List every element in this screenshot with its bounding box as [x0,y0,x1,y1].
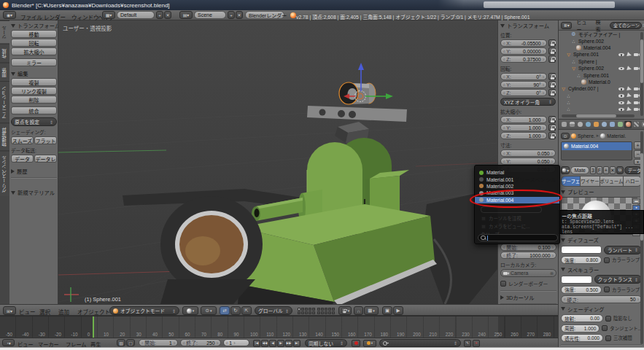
local-camera-field[interactable]: Camera⊗ [500,269,556,277]
insert-keyframe-icon[interactable]: ✎ [464,340,471,347]
outliner-row[interactable]: Sphere | [559,58,644,65]
tool-shelf-tab[interactable]: 作成 [0,44,9,63]
menu-item[interactable]: フレーム [66,341,87,348]
outliner-row[interactable] [559,106,644,112]
properties-tab[interactable] [584,121,591,128]
menu-item[interactable]: ウィンドウ [71,13,99,21]
keying-set-type-dropdown[interactable]: ▾ [363,340,376,347]
outliner-row[interactable]: Sphere.002 [559,65,644,71]
panel-header-3d-cursor[interactable]: 3Dカーソル [500,294,556,301]
3d-viewport[interactable]: ユーザー・透視投影 (1) Sphere.001 [58,20,497,304]
diffuse-ramp-checkbox[interactable] [604,257,610,263]
location-field[interactable]: Z:0.37500 [500,55,547,63]
jump-to-start-button[interactable]: |◀ [253,340,260,347]
data-link-dropdown[interactable]: データ [624,166,642,174]
frame-start-field[interactable]: 開始:1 [139,339,178,346]
close-scene-button[interactable]: ✕ [236,11,243,19]
join-button[interactable]: 統合 [11,106,57,114]
properties-tab[interactable] [608,121,616,128]
breadcrumb-object[interactable]: Sphere. [578,133,595,139]
properties-tab[interactable] [624,121,632,128]
snap-magnet-icon[interactable]: ∩ [354,306,363,315]
outliner-row[interactable]: Sphere.001 [559,51,644,58]
shade-flat-button[interactable]: フラット [34,136,57,144]
pin-icon[interactable]: ⊙ [561,133,570,139]
users-count-button[interactable]: 3 [590,166,596,174]
properties-tab[interactable] [616,121,624,128]
editor-type-menu-icon[interactable]: ◉▾ [3,11,16,19]
properties-tab[interactable] [560,121,567,128]
renderability-camera-icon[interactable] [634,93,640,98]
layer-buttons-group-1[interactable] [298,308,315,314]
selectability-cursor-icon[interactable] [626,66,632,71]
browse-material-icon[interactable]: ▾ [561,166,570,174]
dimension-field[interactable]: X:0.050 [500,149,556,157]
viewport-shading-dropdown[interactable]: ▾ [182,306,198,315]
material-list-item[interactable]: Material.001 [475,176,559,182]
active-material-slot[interactable]: Material.004 [562,142,632,150]
title-bar[interactable]: Blender* [C:¥Users¥anazawa¥Downloads¥scr… [0,0,644,10]
shade-smooth-button[interactable]: スムーズ [11,136,34,144]
material-type-tab[interactable]: ワイヤー [581,176,600,186]
menu-item[interactable]: ビュー [19,308,36,316]
tool-shelf-tab[interactable]: グリースペンシル [0,150,9,196]
tool-button[interactable]: 複製 [11,78,57,86]
lock-icon[interactable] [548,73,556,80]
new-material-button[interactable]: + [603,166,609,174]
diffuse-intensity-slider[interactable]: 強度:0.800 [561,256,602,264]
menu-item[interactable]: 追加 [58,308,69,316]
rotation-field[interactable]: X:0° [500,73,547,80]
tool-button[interactable]: 拡大縮小 [11,47,57,55]
manipulator-translate-button[interactable]: ⇄ [220,306,230,315]
preview-range-icon[interactable]: ▧ [117,339,125,346]
selectability-cursor-icon[interactable] [626,52,632,58]
pivot-point-dropdown[interactable]: ⊙▾ [201,306,217,315]
renderability-camera-icon[interactable] [634,106,640,112]
specular-shader-dropdown[interactable]: クックトランス [594,275,642,284]
shading-value-field[interactable]: 透光性:0.000 [561,334,603,342]
unlink-material-button[interactable]: ✕ [610,166,616,174]
lock-icon[interactable] [548,55,556,63]
lock-icon[interactable] [548,124,556,131]
add-scene-button[interactable]: + [228,11,235,19]
properties-tab[interactable] [632,121,640,128]
render-border-checkbox[interactable] [500,281,506,287]
outliner-row[interactable] [559,93,644,99]
delete-keyframe-icon[interactable]: ✕ [473,340,480,347]
tool-shelf-tab[interactable]: アニメーション [0,81,9,122]
properties-tab[interactable] [592,121,600,128]
close-layout-button[interactable]: ✕ [164,11,171,19]
panel-header-transform[interactable]: トランスフォーム [500,22,556,29]
visibility-eye-icon[interactable] [618,93,624,98]
timeline[interactable]: -50-40-30-20-100102030405060708090100110… [0,316,558,338]
material-slot-list[interactable]: Material.004 [561,141,632,160]
jump-to-end-button[interactable]: ▶| [293,340,300,347]
shading-value-field[interactable]: 放射:0.00 [561,314,603,322]
rotation-mode-dropdown[interactable]: XYZ オイラー角 [500,98,556,106]
properties-tab[interactable] [576,121,583,128]
editor-type-icon[interactable]: ≣▾ [561,22,572,29]
render-opengl-anim-icon[interactable]: ▶ [393,306,403,315]
panel-header-edit[interactable]: 編集 [11,70,57,77]
current-frame-field[interactable]: 1 [223,339,249,346]
specular-intensity-slider[interactable]: 強度:0.500 [561,286,602,294]
diffuse-color-swatch[interactable] [561,246,602,254]
next-keyframe-button[interactable]: ▶▶ [285,340,292,347]
record-button[interactable] [352,340,360,347]
manipulator-rotate-button[interactable]: ↻ [230,306,241,315]
renderability-camera-icon[interactable] [634,86,640,92]
dimension-field[interactable]: Y:0.050 [500,158,556,165]
location-field[interactable]: X:-0.05500 [500,39,547,47]
active-keying-set-field[interactable] [379,339,461,347]
panel-header-shading[interactable]: シェーディング [561,306,642,313]
properties-tab[interactable] [640,121,644,128]
material-type-tab[interactable]: ボリューム [600,176,624,186]
frame-lock-icon[interactable]: ▢ [126,339,135,346]
breadcrumb-material[interactable]: Material. [607,133,626,139]
scale-field[interactable]: X:1.000 [500,116,547,123]
visibility-eye-icon[interactable] [618,106,624,112]
tool-shelf-tab[interactable]: 物理演算 [0,122,9,150]
clip-start-field[interactable]: 開始:0.100 [500,244,556,251]
clear-icon[interactable]: ⊗ [550,271,554,276]
panel-header-history[interactable]: 履歴 [11,168,57,175]
